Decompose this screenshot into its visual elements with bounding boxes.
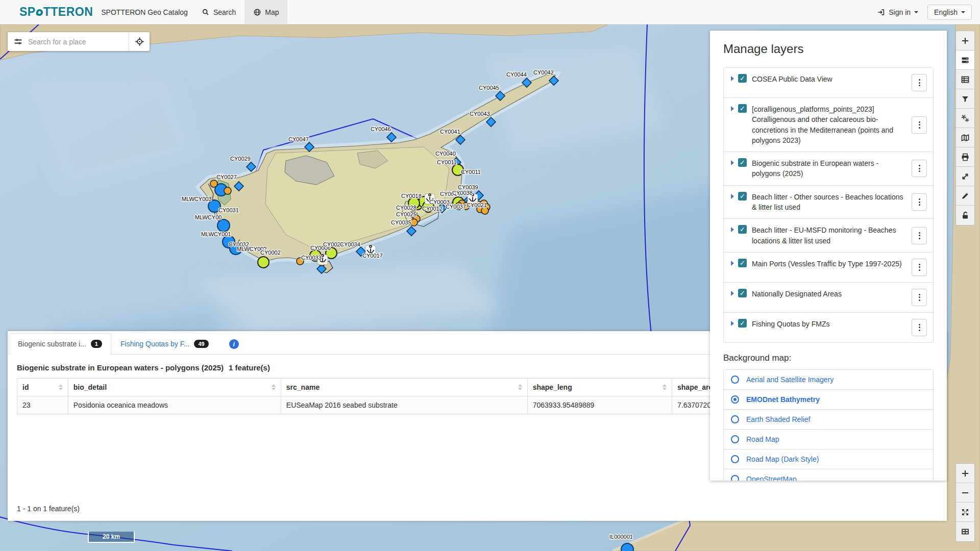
layer-checkbox[interactable] — [738, 192, 747, 201]
printer-icon — [961, 153, 970, 162]
caret-right-icon[interactable] — [731, 106, 734, 111]
column-header[interactable]: src_name — [281, 379, 527, 396]
radio-icon — [731, 415, 739, 423]
sort-icon[interactable] — [658, 384, 667, 390]
settings-button[interactable] — [956, 109, 974, 128]
monitoring-dot-marker[interactable] — [217, 219, 230, 232]
info-icon[interactable]: i — [229, 339, 239, 349]
fullscreen-button[interactable] — [956, 503, 974, 522]
nav-map[interactable]: Map — [244, 0, 287, 24]
attribute-table-button[interactable] — [956, 70, 974, 89]
place-search-input[interactable] — [28, 38, 129, 46]
sign-in-button[interactable]: Sign in — [877, 8, 918, 16]
beach-litter-orange-marker[interactable] — [224, 187, 231, 194]
column-header-label: shape_leng — [533, 383, 572, 391]
caret-right-icon[interactable] — [731, 76, 734, 81]
column-header[interactable]: id — [17, 379, 68, 396]
dot-icon — [919, 238, 920, 239]
expand-button[interactable] — [956, 167, 974, 186]
language-button[interactable]: English — [927, 5, 972, 20]
minus-icon — [961, 488, 970, 497]
layer-checkbox[interactable] — [738, 319, 747, 328]
locate-me-button[interactable] — [129, 32, 150, 51]
attribute-tab[interactable]: Biogenic substrate i...1 — [9, 333, 111, 355]
logo-pin-o-icon — [36, 9, 43, 16]
add-layer-button[interactable] — [956, 31, 974, 51]
sort-desc-icon — [59, 388, 63, 390]
caret-right-icon[interactable] — [731, 227, 734, 232]
globe-icon — [253, 8, 261, 16]
map-label: MLWCY00 — [195, 214, 222, 220]
language-label: English — [934, 8, 958, 16]
background-map-heading: Background map: — [723, 353, 934, 363]
layer-row: Fishing Quotas by FMZs — [724, 313, 933, 342]
map-label: CY0047 — [288, 136, 309, 142]
zoom-in-button[interactable] — [956, 464, 974, 483]
column-header[interactable]: bio_detail — [68, 379, 281, 396]
caret-right-icon[interactable] — [731, 261, 734, 266]
layer-checkbox[interactable] — [738, 74, 747, 83]
caret-right-icon[interactable] — [731, 194, 734, 199]
dot-icon — [919, 296, 920, 298]
lock-button[interactable] — [956, 206, 974, 225]
layer-menu-button[interactable] — [912, 227, 927, 244]
map-label: CY0040 — [435, 151, 456, 157]
beach-litter-orange-marker[interactable] — [210, 180, 217, 187]
background-option[interactable]: Earth Shaded Relief — [724, 410, 933, 430]
radio-icon — [731, 455, 739, 463]
layer-menu-button[interactable] — [912, 319, 927, 336]
draw-button[interactable] — [956, 186, 974, 206]
layer-checkbox[interactable] — [738, 289, 747, 297]
filter-icon — [961, 94, 970, 104]
caret-right-icon[interactable] — [731, 321, 734, 326]
background-option[interactable]: OpenStreetMap — [724, 469, 933, 481]
nav-search[interactable]: Search — [193, 0, 244, 24]
overview-grid-button[interactable] — [956, 522, 974, 541]
beach-litter-orange-marker[interactable] — [410, 219, 418, 226]
print-button[interactable] — [956, 147, 974, 167]
background-option-label: Earth Shaded Relief — [746, 415, 810, 423]
layer-menu-button[interactable] — [912, 193, 927, 211]
sort-icon[interactable] — [267, 384, 276, 390]
zoom-out-button[interactable] — [956, 483, 974, 503]
map-label: CY0039 — [458, 184, 478, 190]
layer-manager-button[interactable] — [956, 51, 974, 70]
background-option-label: Road Map — [746, 435, 779, 443]
caret-right-icon[interactable] — [731, 160, 734, 165]
dot-icon — [919, 232, 920, 234]
dot-icon — [919, 170, 920, 172]
layer-checkbox[interactable] — [738, 158, 747, 167]
navbar: SPTTERON SPOTTERON Geo Catalog Search Ma… — [0, 0, 980, 24]
column-header-label: id — [22, 383, 29, 391]
sort-icon[interactable] — [514, 384, 522, 390]
layer-menu-button[interactable] — [912, 116, 927, 134]
column-header-label: shape_are — [677, 383, 713, 391]
background-map-list: Aerial and Satellite ImageryEMODnet Bath… — [723, 369, 934, 481]
dot-icon — [919, 79, 920, 81]
layer-menu-button[interactable] — [912, 259, 927, 276]
layer-checkbox[interactable] — [738, 259, 747, 267]
zoom-toolbar — [955, 463, 975, 542]
layer-checkbox[interactable] — [738, 104, 747, 113]
layer-menu-button[interactable] — [912, 160, 927, 177]
layer-checkbox[interactable] — [738, 225, 747, 234]
background-option[interactable]: EMODnet Bathymetry — [724, 390, 933, 410]
layer-label: Nationally Designated Areas — [747, 289, 912, 299]
monitoring-dot-marker[interactable] — [621, 543, 633, 551]
attribute-tab[interactable]: Fishing Quotas by F...49 — [111, 333, 218, 355]
map-label: CY0012 — [422, 206, 443, 212]
filter-button[interactable] — [956, 89, 974, 109]
beach-litter-orange-marker[interactable] — [481, 207, 488, 214]
layer-menu-button[interactable] — [912, 289, 927, 306]
beach-litter-green-marker[interactable] — [258, 257, 269, 268]
column-header[interactable]: shape_leng — [527, 379, 672, 396]
caret-right-icon[interactable] — [731, 291, 734, 296]
layer-menu-button[interactable] — [912, 74, 927, 91]
brand: SPTTERON SPOTTERON Geo Catalog — [0, 0, 193, 24]
sort-icon[interactable] — [55, 384, 63, 390]
search-filter-button[interactable] — [8, 32, 28, 51]
background-option[interactable]: Aerial and Satellite Imagery — [724, 370, 933, 390]
basemap-button[interactable] — [956, 128, 974, 147]
background-option[interactable]: Road Map (Dark Style) — [724, 449, 933, 469]
background-option[interactable]: Road Map — [724, 430, 933, 449]
